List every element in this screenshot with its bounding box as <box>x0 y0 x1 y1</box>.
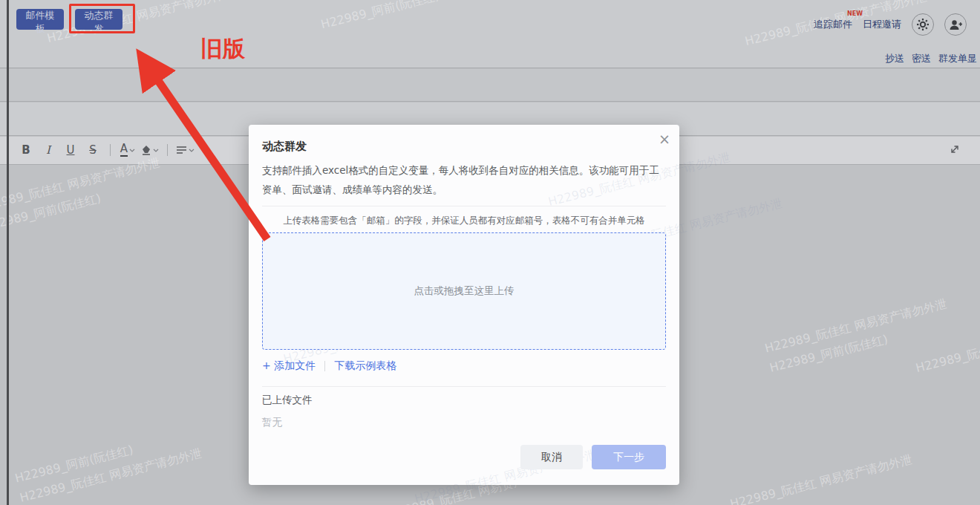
divider <box>262 386 666 387</box>
expand-editor-button[interactable] <box>949 143 961 158</box>
dialog-title: 动态群发 <box>262 140 307 154</box>
divider <box>262 206 666 206</box>
next-step-button[interactable]: 下一步 <box>592 445 666 469</box>
add-file-link[interactable]: + 添加文件 <box>262 359 316 373</box>
editor-toolbar: B I U S A <box>16 140 195 160</box>
file-actions: + 添加文件 下载示例表格 <box>262 359 396 373</box>
watermark: H22989_阮佳红 网易资产请勿外泄H22989_阿前(阮佳红) <box>0 152 167 236</box>
toolbar-divider <box>167 144 168 156</box>
cc-link[interactable]: 抄送 <box>885 52 904 65</box>
watermark: H22989_阮佳红 网易资产请勿外泄 <box>728 449 914 505</box>
dropzone-label: 点击或拖拽至这里上传 <box>414 284 514 298</box>
font-color-button[interactable]: A <box>118 140 137 160</box>
compose-mail-page: H22989_阮佳红 网易资产请勿外泄 H22989_阿前(阮佳红) H2298… <box>0 0 980 505</box>
track-mail-link[interactable]: 追踪邮件 NEW <box>814 18 852 31</box>
new-badge: NEW <box>847 10 863 17</box>
divider <box>324 361 325 371</box>
recipient-options: 抄送 密送 群发单显 <box>885 52 977 65</box>
compose-field-row-1[interactable] <box>0 69 980 102</box>
chevron-down-icon <box>189 149 195 152</box>
uploaded-files-empty: 暂无 <box>262 416 282 429</box>
underline-button[interactable]: U <box>61 140 80 160</box>
left-panel-edge-divider <box>7 0 9 505</box>
watermark: H22989_阮佳红 网易资产请勿外泄H22989_阿前(阮佳红) <box>762 293 954 377</box>
highlight-color-button[interactable] <box>140 140 160 160</box>
download-sample-link[interactable]: 下载示例表格 <box>334 359 396 373</box>
close-icon[interactable]: × <box>659 131 670 147</box>
watermark: H22989_阮佳红 网易资产请勿外泄 <box>913 313 980 378</box>
upload-requirement-hint: 上传表格需要包含「邮箱」的字段，并保证人员都有对应邮箱号，表格不可有合并单元格 <box>262 215 666 227</box>
settings-button[interactable] <box>912 13 934 36</box>
add-contact-button[interactable] <box>944 13 967 36</box>
cancel-button[interactable]: 取消 <box>520 445 583 469</box>
uploaded-files-title: 已上传文件 <box>262 394 313 407</box>
dynamic-mass-send-button[interactable]: 动态群发 <box>75 9 122 30</box>
font-color-label: A <box>120 143 128 157</box>
dynamic-mass-send-dialog: H22989_阮佳红 网易资产请勿外泄 H22989_阮佳红 网易资产请勿外泄 … <box>249 125 679 485</box>
bcc-link[interactable]: 密送 <box>912 52 931 65</box>
chevron-down-icon <box>153 149 159 152</box>
italic-button[interactable]: I <box>39 140 58 160</box>
mail-template-button[interactable]: 邮件模板 <box>16 9 64 30</box>
person-plus-icon <box>948 18 963 31</box>
expand-diagonal-icon <box>949 143 961 155</box>
gear-icon <box>916 18 930 31</box>
watermark: H22989_阿前(阮佳红)H22989_阮佳红 网易资产请勿外泄 <box>13 423 204 505</box>
align-button[interactable] <box>175 140 195 160</box>
toolbar-divider <box>110 144 111 156</box>
dialog-description: 支持邮件插入excel格式的自定义变量，每人将收到各自对应的相关信息。该功能可用… <box>262 160 664 199</box>
dialog-footer: 取消 下一步 <box>520 445 666 469</box>
bold-button[interactable]: B <box>16 140 36 160</box>
align-lines-icon <box>176 146 187 154</box>
schedule-invite-link[interactable]: 日程邀请 <box>863 18 901 31</box>
chevron-down-icon <box>129 149 135 152</box>
mass-single-display-link[interactable]: 群发单显 <box>938 52 977 65</box>
strikethrough-button[interactable]: S <box>83 140 102 160</box>
file-dropzone[interactable]: 点击或拖拽至这里上传 <box>262 232 666 350</box>
header-utilities: 追踪邮件 NEW 日程邀请 <box>814 13 967 36</box>
highlighter-icon <box>141 145 151 155</box>
track-mail-label: 追踪邮件 <box>814 19 852 30</box>
